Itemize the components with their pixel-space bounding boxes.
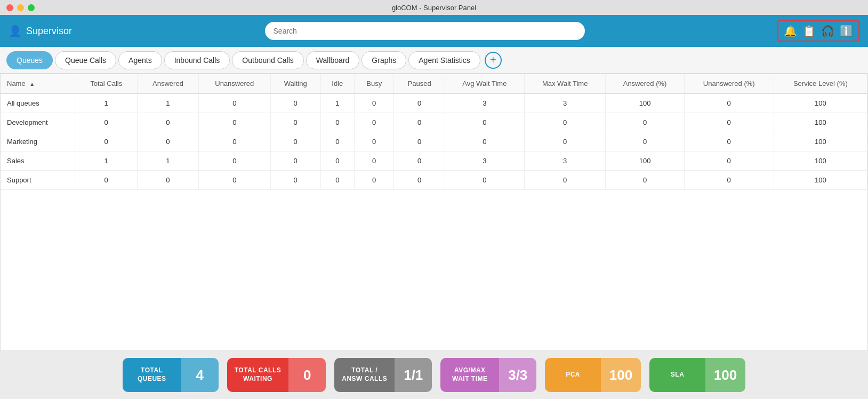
supervisor-text: Supervisor [26, 26, 72, 37]
tab-wallboard[interactable]: Wallboard [306, 51, 360, 69]
stat-value-1: 0 [288, 358, 326, 392]
cell-answered: 0 [138, 171, 198, 190]
sort-icon: ▲ [29, 81, 35, 87]
stat-value-3: 3/3 [499, 358, 536, 392]
header-icon-group: 🔔 📋 🎧 ℹ️ [777, 20, 859, 42]
table-row[interactable]: All queues 1 1 0 0 1 0 0 3 3 100 0 100 [1, 93, 867, 113]
tab-bar: Queues Queue Calls Agents Inbound Calls … [0, 47, 868, 74]
header: 👤 Supervisor 🔔 📋 🎧 ℹ️ [0, 15, 868, 47]
cell-idle: 0 [320, 171, 354, 190]
cell-name: Sales [1, 151, 75, 171]
cell-total-calls: 1 [75, 93, 138, 113]
info-icon[interactable]: ℹ️ [840, 25, 853, 37]
cell-paused: 0 [394, 171, 445, 190]
status-bar: TOTALQUEUES 4 TOTAL CALLSWAITING 0 TOTAL… [0, 351, 868, 399]
tab-outbound-calls[interactable]: Outbound Calls [232, 51, 304, 69]
cell-name: All queues [1, 93, 75, 113]
cell-answered: 1 [138, 93, 198, 113]
window-controls [6, 4, 35, 11]
cell-unanswered: 0 [198, 132, 270, 151]
cell-answered-pct: 0 [606, 171, 684, 190]
cell-avg-wait: 3 [445, 151, 524, 171]
col-avg-wait: Avg Wait Time [445, 74, 524, 93]
cell-waiting: 0 [270, 171, 320, 190]
col-answered-pct: Answered (%) [606, 74, 684, 93]
window-title: gloCOM - Supervisor Panel [392, 4, 476, 12]
cell-unanswered-pct: 0 [684, 151, 774, 171]
col-busy: Busy [355, 74, 394, 93]
col-max-wait: Max Wait Time [524, 74, 606, 93]
stat-label-2: TOTAL /ANSW CALLS [334, 366, 395, 383]
stat-card-2: TOTAL /ANSW CALLS 1/1 [334, 358, 432, 392]
table-row[interactable]: Support 0 0 0 0 0 0 0 0 0 0 0 100 [1, 171, 867, 190]
col-unanswered-pct: Unanswered (%) [684, 74, 774, 93]
cell-answered-pct: 100 [606, 93, 684, 113]
maximize-button[interactable] [28, 4, 35, 11]
tab-inbound-calls[interactable]: Inbound Calls [164, 51, 230, 69]
cell-answered: 0 [138, 113, 198, 132]
col-idle: Idle [320, 74, 354, 93]
stat-value-0: 4 [181, 358, 219, 392]
cell-waiting: 0 [270, 113, 320, 132]
cell-max-wait: 0 [524, 113, 606, 132]
cell-idle: 0 [320, 113, 354, 132]
cell-answered-pct: 100 [606, 151, 684, 171]
cell-busy: 0 [355, 151, 394, 171]
cell-unanswered-pct: 0 [684, 93, 774, 113]
cell-unanswered: 0 [198, 171, 270, 190]
cell-paused: 0 [394, 113, 445, 132]
cell-unanswered-pct: 0 [684, 113, 774, 132]
stat-label-3: AVG/MAXWAIT TIME [440, 366, 499, 383]
tab-queue-calls[interactable]: Queue Calls [55, 51, 116, 69]
search-input[interactable] [265, 22, 585, 40]
cell-max-wait: 3 [524, 151, 606, 171]
table-row[interactable]: Development 0 0 0 0 0 0 0 0 0 0 0 100 [1, 113, 867, 132]
cell-unanswered: 0 [198, 113, 270, 132]
cell-busy: 0 [355, 93, 394, 113]
cell-answered: 1 [138, 151, 198, 171]
stat-label-4: PCA [545, 371, 601, 379]
user-icon: 👤 [9, 25, 22, 37]
headset-icon[interactable]: 🎧 [821, 25, 834, 37]
cell-max-wait: 3 [524, 93, 606, 113]
tab-graphs[interactable]: Graphs [361, 51, 406, 69]
col-answered: Answered [138, 74, 198, 93]
cell-avg-wait: 0 [445, 113, 524, 132]
cell-total-calls: 0 [75, 171, 138, 190]
search-bar [78, 22, 771, 40]
cell-busy: 0 [355, 171, 394, 190]
cell-total-calls: 0 [75, 132, 138, 151]
close-button[interactable] [6, 4, 13, 11]
table-row[interactable]: Sales 1 1 0 0 0 0 0 3 3 100 0 100 [1, 151, 867, 171]
title-bar: gloCOM - Supervisor Panel [0, 0, 868, 15]
stat-card-3: AVG/MAXWAIT TIME 3/3 [440, 358, 536, 392]
tab-queues[interactable]: Queues [6, 51, 53, 69]
col-name[interactable]: Name ▲ [1, 74, 75, 93]
tab-agents[interactable]: Agents [118, 51, 162, 69]
col-unanswered: Unanswered [198, 74, 270, 93]
col-waiting: Waiting [270, 74, 320, 93]
cell-busy: 0 [355, 113, 394, 132]
table-row[interactable]: Marketing 0 0 0 0 0 0 0 0 0 0 0 100 [1, 132, 867, 151]
cell-waiting: 0 [270, 151, 320, 171]
stat-label-1: TOTAL CALLSWAITING [227, 366, 289, 383]
supervisor-label: 👤 Supervisor [9, 25, 72, 37]
bell-icon[interactable]: 🔔 [784, 25, 797, 37]
cell-answered: 0 [138, 132, 198, 151]
main-content: Name ▲ Total Calls Answered Unanswered W… [0, 74, 868, 351]
cell-service-level: 100 [774, 93, 867, 113]
minimize-button[interactable] [17, 4, 24, 11]
add-tab-button[interactable]: + [485, 52, 502, 69]
cell-answered-pct: 0 [606, 113, 684, 132]
stat-card-1: TOTAL CALLSWAITING 0 [227, 358, 326, 392]
clipboard-icon[interactable]: 📋 [802, 25, 816, 37]
tab-agent-statistics[interactable]: Agent Statistics [408, 51, 480, 69]
cell-idle: 1 [320, 93, 354, 113]
cell-name: Development [1, 113, 75, 132]
cell-avg-wait: 3 [445, 93, 524, 113]
stat-card-4: PCA 100 [545, 358, 641, 392]
cell-avg-wait: 0 [445, 171, 524, 190]
cell-busy: 0 [355, 132, 394, 151]
cell-service-level: 100 [774, 113, 867, 132]
cell-waiting: 0 [270, 93, 320, 113]
